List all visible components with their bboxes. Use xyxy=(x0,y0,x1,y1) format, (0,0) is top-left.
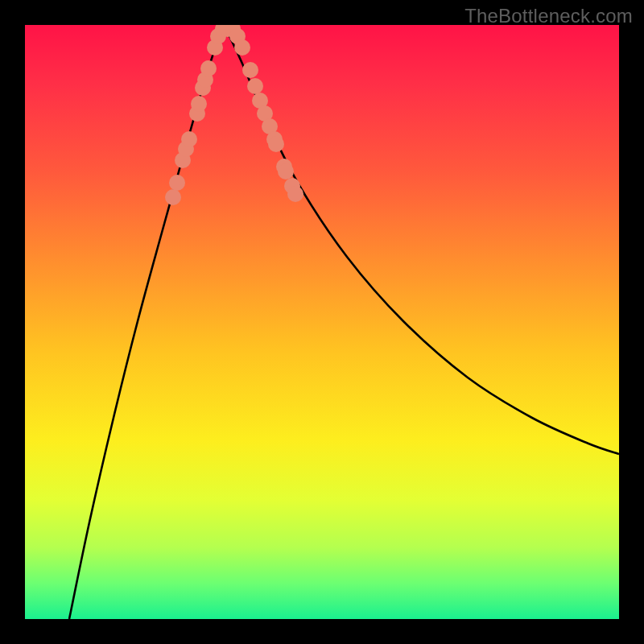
plot-area xyxy=(25,25,619,619)
highlight-dot xyxy=(181,131,197,147)
chart-svg xyxy=(25,25,619,619)
watermark-text: TheBottleneck.com xyxy=(464,5,633,27)
highlight-dot xyxy=(242,62,258,78)
highlight-dot xyxy=(268,136,284,152)
highlight-dot xyxy=(234,39,250,56)
bottleneck-curve xyxy=(69,27,619,619)
highlight-dot xyxy=(165,189,181,205)
marker-group xyxy=(165,25,303,205)
highlight-dot xyxy=(169,175,185,191)
highlight-dot xyxy=(200,60,217,76)
highlight-dot xyxy=(278,163,294,180)
chart-frame: TheBottleneck.com xyxy=(0,0,644,644)
highlight-dot xyxy=(247,78,263,94)
highlight-dot xyxy=(191,96,207,112)
highlight-dot xyxy=(287,186,303,202)
